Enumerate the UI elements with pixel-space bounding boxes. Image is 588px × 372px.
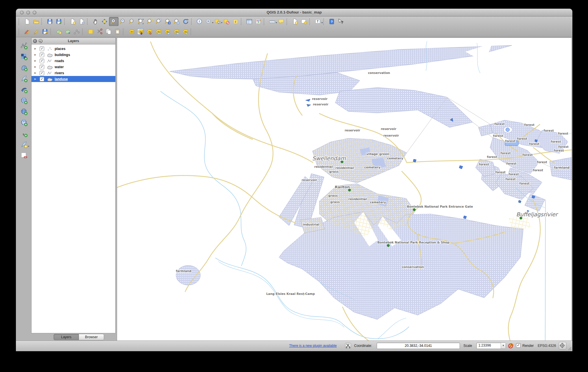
crs-icon[interactable] — [559, 342, 566, 349]
run-feature-action-button[interactable]: ▾ — [204, 17, 213, 26]
rotate-label-button[interactable]: abc — [172, 27, 181, 36]
save-project-button[interactable] — [45, 17, 54, 26]
plugin-icon[interactable] — [345, 343, 351, 349]
expander-icon[interactable]: ▶ — [34, 59, 38, 62]
select-by-expression-button[interactable]: ε — [231, 17, 240, 26]
save-layer-edits-button[interactable] — [40, 27, 49, 36]
zoom-to-layer-button[interactable] — [154, 17, 163, 26]
move-label-button[interactable]: abc — [163, 27, 172, 36]
change-label-properties-button[interactable]: abc — [181, 27, 190, 36]
layer-item-water[interactable]: ▶✓water — [32, 64, 115, 70]
new-bookmark-button[interactable] — [291, 17, 299, 26]
stop-render-icon[interactable] — [508, 342, 514, 349]
zoom-in-button[interactable] — [109, 17, 119, 26]
layer-visibility-checkbox[interactable]: ✓ — [40, 59, 44, 63]
close-panel-icon[interactable]: × — [33, 39, 37, 43]
chevron-down-icon[interactable]: ▾ — [28, 145, 29, 148]
field-calculator-button[interactable] — [254, 17, 263, 26]
dock-tab-layers[interactable]: Layers — [53, 334, 79, 340]
new-print-composer-button[interactable] — [68, 17, 77, 26]
place-dot — [348, 189, 351, 191]
add-spatialite-layer-button[interactable] — [19, 74, 29, 83]
measure-button[interactable]: ▾ — [268, 17, 277, 26]
zoom-full-button[interactable] — [136, 17, 145, 26]
layer-visibility-checkbox[interactable]: ✓ — [40, 77, 44, 81]
layer-item-rivers[interactable]: ▶✓rivers — [32, 70, 115, 76]
add-wms-layer-button[interactable] — [19, 96, 29, 105]
copy-features-button[interactable] — [104, 27, 113, 36]
map-label: industrial — [303, 223, 319, 226]
add-wfs-layer-button[interactable] — [19, 118, 29, 127]
chevron-down-icon[interactable]: ▾ — [321, 21, 323, 24]
map-label: forest — [506, 162, 516, 165]
expander-icon[interactable]: ▶ — [34, 47, 38, 50]
text-annotation-button[interactable]: T▾ — [313, 17, 322, 26]
scale-combo[interactable]: 1:23396 ▾ — [476, 343, 506, 349]
label-settings-button[interactable]: abc — [127, 27, 136, 36]
paste-features-button[interactable] — [113, 27, 122, 36]
add-postgis-layer-button[interactable] — [19, 63, 29, 72]
dock-tab-browser[interactable]: Browser — [79, 334, 104, 340]
add-mssql-layer-button[interactable] — [19, 85, 29, 94]
expander-icon[interactable]: ▶ — [34, 72, 38, 74]
layer-visibility-checkbox[interactable]: ✓ — [40, 46, 44, 51]
add-feature-button[interactable] — [54, 27, 63, 36]
zoom-out-button[interactable] — [119, 17, 127, 26]
move-feature-button[interactable] — [63, 27, 72, 36]
new-spatialite-layer-button[interactable]: ▾ — [19, 140, 29, 149]
add-wcs-layer-button[interactable] — [19, 107, 29, 116]
whats-this-button[interactable]: ? — [336, 17, 345, 26]
layer-visibility-checkbox[interactable]: ✓ — [40, 65, 44, 69]
pin-unpin-labels-button[interactable]: abc — [136, 27, 145, 36]
open-attribute-table-button[interactable] — [245, 17, 254, 26]
add-vector-layer-button[interactable] — [19, 41, 29, 51]
layer-visibility-checkbox[interactable]: ✓ — [40, 71, 44, 75]
highlight-pinned-labels-button[interactable]: abc — [145, 27, 154, 36]
layer-item-landuse[interactable]: ▶✓landuse — [32, 76, 115, 82]
add-delimited-text-layer-button[interactable]: , — [19, 129, 29, 138]
delete-selected-button[interactable] — [86, 27, 95, 36]
title-bar[interactable]: QGIS 2.0.1-Dufour - basic_map — [16, 9, 572, 16]
qgis-window: QGIS 2.0.1-Dufour - basic_map 1:1i▾▾ε▾T▾… — [16, 9, 572, 351]
zoom-actual-size-button[interactable]: 1:1 — [127, 17, 136, 26]
layer-item-roads[interactable]: ▶✓roads — [32, 58, 115, 64]
expander-icon[interactable]: ▶ — [34, 66, 38, 68]
layer-visibility-checkbox[interactable]: ✓ — [40, 53, 44, 57]
node-tool-button[interactable] — [72, 27, 81, 36]
map-tips-button[interactable] — [277, 17, 286, 26]
open-project-button[interactable] — [32, 17, 40, 26]
pan-map-to-selection-button[interactable] — [100, 17, 109, 26]
select-features-button[interactable]: ▾ — [213, 17, 222, 26]
coordinate-input[interactable] — [377, 343, 460, 349]
identify-features-button[interactable]: i — [195, 17, 204, 26]
float-panel-icon[interactable] — [38, 39, 42, 43]
toggle-editing-button[interactable] — [32, 27, 40, 36]
expander-icon[interactable]: ▶ — [34, 78, 38, 80]
add-raster-layer-button[interactable] — [19, 52, 29, 62]
deselect-features-button[interactable] — [222, 17, 231, 26]
pan-map-button[interactable] — [91, 17, 100, 26]
map-canvas[interactable]: conservationreservoirreservoirreservoirr… — [117, 38, 572, 341]
zoom-last-button[interactable] — [163, 17, 172, 26]
layer-type-icon — [47, 52, 53, 57]
help-contents-button[interactable]: ? — [327, 17, 336, 26]
new-project-button[interactable] — [23, 17, 32, 26]
layer-item-buildings[interactable]: ▶✓buildings — [32, 52, 115, 58]
chevron-down-icon[interactable]: ▾ — [501, 343, 506, 349]
layer-item-places[interactable]: ▶✓places — [32, 46, 115, 52]
zoom-to-selection-button[interactable] — [145, 17, 154, 26]
composer-manager-button[interactable] — [77, 17, 86, 26]
cut-features-button[interactable] — [95, 27, 104, 36]
show-bookmarks-button[interactable] — [299, 17, 308, 26]
save-project-as-button[interactable] — [54, 17, 63, 26]
render-checkbox[interactable]: ✓ — [516, 343, 521, 348]
refresh-map-button[interactable] — [181, 17, 190, 26]
map-label: Swellendam — [312, 155, 346, 161]
resize-grip[interactable] — [568, 347, 572, 351]
current-edits-button[interactable] — [23, 27, 32, 36]
plugin-available-link[interactable]: There is a new plugin available — [289, 344, 337, 348]
show-hide-labels-button[interactable]: abc — [154, 27, 163, 36]
expander-icon[interactable]: ▶ — [34, 53, 38, 56]
remove-layer-button[interactable] — [19, 150, 29, 160]
zoom-next-button[interactable] — [172, 17, 181, 26]
